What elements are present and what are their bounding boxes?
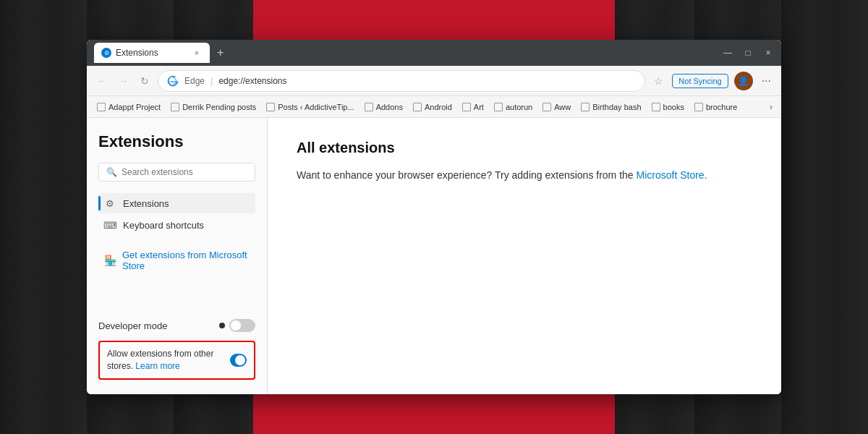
bookmark-item[interactable]: Addons [360, 101, 407, 114]
edge-logo-icon [167, 75, 179, 87]
menu-button[interactable]: ··· [759, 72, 774, 90]
developer-mode-row: Developer mode [98, 319, 255, 332]
keyboard-nav-label: Keyboard shortcuts [123, 220, 204, 231]
allow-extensions-toggle[interactable] [230, 354, 247, 367]
tab-strip: ⚙ Extensions × + [94, 43, 715, 63]
title-bar: ⚙ Extensions × + — □ × [87, 40, 781, 66]
bookmark-label: Addons [376, 103, 403, 111]
panel-description: Want to enhance your browser experience?… [297, 168, 752, 183]
bookmark-favicon [581, 103, 590, 111]
bookmark-favicon [494, 103, 503, 111]
sidebar-item-keyboard-shortcuts[interactable]: ⌨ Keyboard shortcuts [98, 215, 255, 235]
bookmark-label: Derrik Pending posts [182, 103, 256, 111]
developer-mode-toggle-container [219, 319, 255, 332]
bookmark-item[interactable]: Art [458, 101, 488, 114]
extensions-nav-label: Extensions [123, 198, 169, 209]
get-extensions-link[interactable]: 🏪 Get extensions from Microsoft Store [98, 247, 255, 274]
bookmark-item[interactable]: Android [409, 101, 456, 114]
bookmark-item[interactable]: Birthday bash [576, 101, 645, 114]
bookmark-favicon [97, 103, 106, 111]
url-text: edge://extensions [218, 76, 286, 86]
bookmark-favicon [652, 103, 660, 111]
bookmark-label: Android [425, 103, 452, 111]
close-button[interactable]: × [762, 48, 774, 58]
microsoft-store-link[interactable]: Microsoft Store. [637, 169, 707, 181]
minimize-button[interactable]: — [722, 48, 733, 58]
address-bar: ← → ↻ Edge | edge://extensions ☆ Not Syn… [87, 66, 781, 96]
search-input[interactable] [122, 167, 247, 177]
bookmark-item[interactable]: Posts ‹ AddictiveTip... [262, 101, 358, 114]
bookmark-label: Aww [554, 103, 571, 111]
store-icon: 🏪 [104, 255, 116, 266]
toggle-dot-indicator [219, 323, 225, 328]
maximize-button[interactable]: □ [742, 48, 754, 58]
profile-avatar[interactable]: 👤 [734, 72, 753, 90]
main-content: Extensions 🔍 ⚙ Extensions ⌨ Keyboard sho… [87, 118, 781, 394]
bookmark-item[interactable]: books [647, 101, 689, 114]
bookmark-favicon [413, 103, 422, 111]
refresh-button[interactable]: ↻ [137, 72, 152, 90]
favorite-button[interactable]: ☆ [651, 72, 666, 90]
bookmark-favicon [171, 103, 179, 111]
search-box[interactable]: 🔍 [98, 163, 255, 182]
sidebar-nav: ⚙ Extensions ⌨ Keyboard shortcuts [98, 193, 255, 235]
bookmark-item[interactable]: Aww [538, 101, 575, 114]
sync-button[interactable]: Not Syncing [672, 74, 728, 88]
main-panel: All extensions Want to enhance your brow… [268, 118, 781, 394]
bookmark-favicon [365, 103, 373, 111]
bookmark-label: Birthday bash [592, 103, 641, 111]
bookmark-label: books [663, 103, 684, 111]
bookmark-label: Art [474, 103, 484, 111]
url-bar[interactable]: Edge | edge://extensions [158, 70, 645, 92]
bookmark-item[interactable]: brochure [690, 101, 741, 114]
get-extensions-label: Get extensions from Microsoft Store [122, 250, 250, 271]
panel-desc-text: Want to enhance your browser experience?… [297, 169, 634, 181]
bookmark-label: Posts ‹ AddictiveTip... [278, 103, 354, 111]
sidebar: Extensions 🔍 ⚙ Extensions ⌨ Keyboard sho… [87, 118, 268, 394]
keyboard-icon: ⌨ [104, 219, 116, 231]
panel-title: All extensions [297, 140, 752, 156]
learn-more-link[interactable]: Learn more [135, 361, 179, 371]
bookmark-favicon [266, 103, 275, 111]
new-tab-button[interactable]: + [211, 43, 229, 63]
bookmark-favicon [694, 103, 703, 111]
bookmark-favicon [542, 103, 551, 111]
bookmark-label: brochure [706, 103, 737, 111]
allow-extensions-box: Allow extensions from other stores. Lear… [98, 341, 255, 380]
bookmark-item[interactable]: Adappt Project [93, 101, 165, 114]
window-controls: — □ × [722, 48, 774, 58]
tab-favicon: ⚙ [101, 48, 111, 58]
bookmarks-bar: Adappt Project Derrik Pending posts Post… [87, 96, 781, 118]
bookmark-favicon [462, 103, 471, 111]
sidebar-item-extensions[interactable]: ⚙ Extensions [98, 193, 255, 213]
browser-tab[interactable]: ⚙ Extensions × [94, 43, 210, 63]
bookmark-item[interactable]: autorun [490, 101, 537, 114]
active-indicator [98, 196, 101, 210]
tab-label: Extensions [116, 48, 158, 58]
sidebar-title: Extensions [98, 132, 255, 151]
browser-window: ⚙ Extensions × + — □ × ← → ↻ Edge | edge… [87, 40, 781, 394]
tab-close-button[interactable]: × [191, 47, 203, 59]
bookmarks-more-button[interactable]: › [767, 100, 775, 114]
developer-mode-label: Developer mode [98, 320, 167, 331]
forward-button[interactable]: → [116, 72, 132, 90]
sidebar-bottom: Developer mode Allow extensions from oth… [98, 319, 255, 380]
allow-extensions-text: Allow extensions from other stores. Lear… [107, 348, 224, 373]
search-icon: 🔍 [106, 167, 117, 177]
url-separator: | [210, 75, 213, 86]
developer-mode-toggle[interactable] [229, 319, 255, 332]
back-button[interactable]: ← [94, 72, 110, 90]
bookmark-item[interactable]: Derrik Pending posts [166, 101, 260, 114]
url-brand-label: Edge [184, 76, 205, 86]
bookmark-label: autorun [506, 103, 532, 111]
extensions-icon: ⚙ [104, 197, 116, 209]
bookmark-label: Adappt Project [109, 103, 161, 111]
